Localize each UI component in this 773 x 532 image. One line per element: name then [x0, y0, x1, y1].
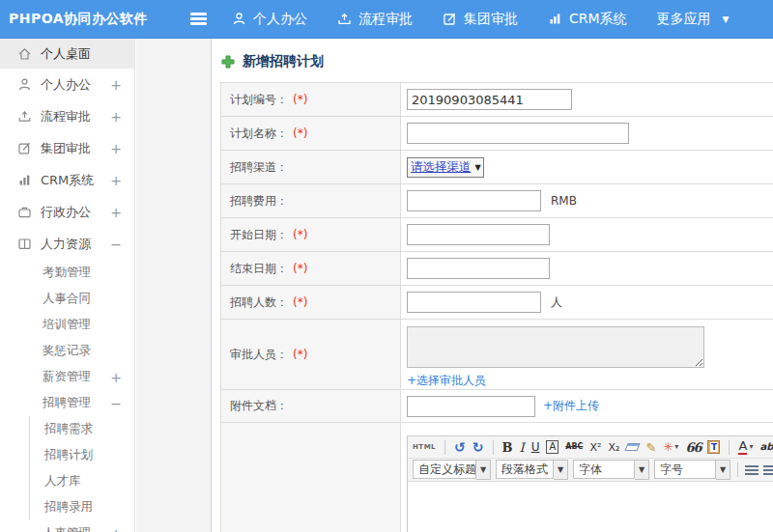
caret-down-icon: ▼: [476, 460, 491, 480]
strikethrough-button[interactable]: ABC: [565, 443, 583, 451]
workflow-icon: [337, 12, 352, 26]
nav-label: 流程审批: [358, 11, 413, 28]
field-label: 招聘人数：: [230, 294, 288, 311]
nav-more-apps[interactable]: 更多应用 ▼: [657, 11, 730, 28]
sidebar-item-workflow-approval[interactable]: 流程审批 +: [0, 100, 134, 132]
sidebar-item-label: 考勤管理: [43, 265, 91, 281]
sidebar-subitem-salary[interactable]: 薪资管理 +: [0, 364, 134, 390]
subscript-button[interactable]: X₂: [608, 442, 619, 453]
sidebar: 个人桌面 个人办公 + 流程审批 + 集团审批 + CRM系统 + 行政办公 +: [0, 39, 135, 532]
add-plus-icon: [221, 55, 235, 69]
sidebar-item-admin-office[interactable]: 行政办公 +: [0, 196, 134, 228]
align-left-icon[interactable]: [745, 465, 759, 475]
plan-name-input[interactable]: [407, 123, 629, 144]
undo-icon[interactable]: ↺: [454, 440, 466, 454]
nav-workflow-approval[interactable]: 流程审批: [337, 11, 413, 28]
form-row-fee: 招聘费用： RMB: [221, 184, 773, 218]
paragraph-format-dropdown[interactable]: 段落格式 ▼: [496, 460, 568, 480]
fee-input[interactable]: [407, 190, 541, 211]
nav-personal-office[interactable]: 个人办公: [232, 11, 307, 28]
italic-button[interactable]: I: [520, 441, 525, 454]
highlight-button[interactable]: ab✎: [759, 442, 773, 453]
main-content: 新增招聘计划 计划编号： (*) 计划名称： (*) 招聘渠道：: [213, 39, 773, 532]
sidebar-item-human-resources[interactable]: 人力资源 −: [0, 228, 134, 260]
fee-unit: RMB: [551, 194, 577, 208]
expand-toggle[interactable]: +: [110, 526, 122, 532]
sidebar-subitem-talent-pool[interactable]: 人才库: [29, 468, 134, 494]
sidebar-item-label: 集团审批: [41, 140, 91, 157]
sidebar-item-label: 流程审批: [41, 108, 91, 126]
align-center-icon[interactable]: [763, 465, 773, 475]
caret-down-icon: ▾: [749, 443, 753, 451]
superscript-button[interactable]: X²: [589, 442, 601, 453]
editor-content-area[interactable]: [408, 482, 773, 532]
person-icon: [17, 77, 32, 92]
attachment-input[interactable]: [407, 396, 535, 417]
underline-button[interactable]: U: [531, 441, 540, 453]
blockquote-button[interactable]: 66: [685, 441, 701, 454]
sidebar-subitem-rewards[interactable]: 奖惩记录: [0, 338, 134, 364]
sidebar-item-personal-office[interactable]: 个人办公 +: [0, 69, 134, 100]
bold-button[interactable]: B: [502, 441, 513, 454]
special-effect-icon[interactable]: ✳▾: [663, 441, 678, 453]
redo-icon[interactable]: ↻: [472, 440, 484, 454]
attachment-upload-link[interactable]: +附件上传: [543, 398, 599, 414]
expand-toggle[interactable]: +: [110, 370, 122, 385]
nav-crm-system[interactable]: CRM系统: [548, 11, 627, 28]
expand-toggle[interactable]: +: [110, 109, 122, 125]
sidebar-item-label: 招聘录用: [44, 499, 93, 516]
sidebar-subitem-hr-contract[interactable]: 人事合同: [0, 286, 134, 312]
sidebar-item-label: 人事合同: [43, 291, 91, 307]
sidebar-item-label: 招聘管理: [43, 395, 91, 411]
font-color-button[interactable]: A▾: [738, 439, 753, 455]
custom-title-dropdown[interactable]: 自定义标题 ▼: [413, 460, 491, 480]
expand-toggle[interactable]: +: [110, 77, 122, 93]
editor-toolbar-row1: HTML ↺ ↻ B I U A ABC X² X₂ ✎: [408, 436, 773, 459]
format-brush-icon[interactable]: ✎: [645, 441, 656, 454]
nav-group-approval[interactable]: 集团审批: [443, 11, 518, 28]
sidebar-item-label: 人事管理: [43, 525, 91, 532]
page-title: 新增招聘计划: [221, 53, 324, 70]
sidebar-subitem-recruit-plan[interactable]: 招聘计划: [29, 442, 134, 468]
font-family-dropdown[interactable]: 字体 ▼: [573, 460, 649, 480]
required-marker: (*): [293, 93, 307, 106]
sidebar-subitem-training[interactable]: 培训管理: [0, 312, 134, 338]
collapse-toggle[interactable]: −: [110, 396, 122, 411]
end-date-input[interactable]: [407, 258, 550, 279]
inline-style-button[interactable]: A: [546, 440, 558, 454]
sidebar-item-crm-system[interactable]: CRM系统 +: [0, 164, 134, 196]
sidebar-subitem-recruit-mgmt[interactable]: 招聘管理 −: [0, 390, 134, 416]
book-icon: [17, 237, 32, 251]
sidebar-subitem-recruit-demand[interactable]: 招聘需求: [29, 416, 134, 442]
caret-down-icon: ▼: [635, 460, 649, 480]
approvers-textarea[interactable]: [407, 326, 704, 368]
paste-as-text-icon[interactable]: T: [707, 440, 720, 454]
field-label: 附件文档：: [230, 398, 288, 414]
plan-number-input[interactable]: [407, 89, 572, 110]
start-date-input[interactable]: [407, 224, 550, 245]
sidebar-item-label: 奖惩记录: [43, 343, 91, 359]
sidebar-subitem-recruit-hiring[interactable]: 招聘录用: [29, 494, 134, 520]
sidebar-item-personal-desktop[interactable]: 个人桌面: [0, 39, 134, 69]
font-size-dropdown[interactable]: 字号 ▼: [654, 460, 730, 480]
field-label: 招聘渠道：: [230, 159, 288, 176]
form-row-end-date: 结束日期： (*): [221, 252, 773, 286]
required-marker: (*): [293, 295, 307, 309]
headcount-input[interactable]: [407, 292, 541, 313]
expand-toggle[interactable]: +: [110, 205, 122, 220]
expand-toggle[interactable]: +: [110, 141, 122, 156]
eraser-icon[interactable]: [626, 443, 639, 451]
collapse-toggle[interactable]: −: [110, 237, 122, 252]
select-approvers-link[interactable]: +选择审批人员: [407, 373, 773, 389]
html-source-button[interactable]: HTML: [413, 444, 436, 451]
nav-label: 集团审批: [464, 11, 518, 28]
sidebar-subitem-personnel-mgmt[interactable]: 人事管理 +: [0, 520, 134, 532]
hamburger-menu-icon[interactable]: [190, 11, 207, 28]
channel-select[interactable]: 请选择渠道 ▼: [407, 157, 484, 178]
sidebar-subitem-attendance[interactable]: 考勤管理: [0, 260, 134, 286]
sidebar-item-group-approval[interactable]: 集团审批 +: [0, 132, 134, 164]
expand-toggle[interactable]: +: [110, 173, 122, 188]
edit-square-icon: [443, 12, 457, 26]
form-row-channel: 招聘渠道： 请选择渠道 ▼: [221, 151, 773, 184]
field-label: 开始日期：: [230, 227, 288, 243]
